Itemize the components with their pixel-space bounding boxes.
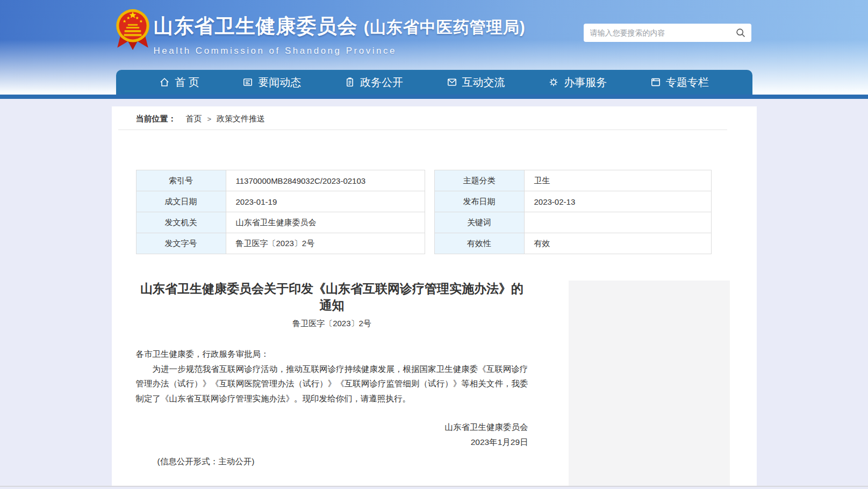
nav-label: 专题专栏 <box>666 75 709 90</box>
info-label-publish-date: 发布日期 <box>434 191 524 212</box>
search-icon[interactable] <box>735 27 746 38</box>
info-value-doc-number: 鲁卫医字〔2023〕2号 <box>226 233 425 254</box>
info-value-publish-date: 2023-02-13 <box>524 191 711 212</box>
table-row: 发文机关 山东省卫生健康委员会 <box>136 212 425 233</box>
doc-number: 鲁卫医字〔2023〕2号 <box>136 319 528 329</box>
signature-block: 山东省卫生健康委员会 2023年1月29日 <box>136 420 528 449</box>
table-row: 发文字号 鲁卫医字〔2023〕2号 <box>136 233 425 254</box>
search-box <box>584 24 751 42</box>
doc-info-table: 索引号 11370000MB2849032C/2023-02103 成文日期 2… <box>136 170 757 254</box>
nav-item-news[interactable]: 要闻动态 <box>242 75 301 90</box>
site-title-en: Health Commission of Shandong Province <box>154 46 526 56</box>
info-value-index: 11370000MB2849032C/2023-02103 <box>226 170 425 191</box>
disclosure-icon <box>345 77 355 88</box>
nav-label: 政务公开 <box>360 75 403 90</box>
content-card: 当前位置： 首页 > 政策文件推送 索引号 11370000MB2849032C… <box>112 106 757 486</box>
article-text-column: 山东省卫生健康委员会关于印发《山东省互联网诊疗管理实施办法》的通知 鲁卫医字〔2… <box>136 281 528 486</box>
nav-label: 办事服务 <box>564 75 607 90</box>
info-label-written-date: 成文日期 <box>136 191 226 212</box>
info-label-validity: 有效性 <box>434 233 524 254</box>
info-label-category: 主题分类 <box>434 170 524 191</box>
table-row: 成文日期 2023-01-19 <box>136 191 425 212</box>
nav-item-home[interactable]: 首 页 <box>159 75 199 90</box>
breadcrumb-divider <box>118 130 727 130</box>
info-label-keywords: 关键词 <box>434 212 524 233</box>
info-label-index: 索引号 <box>136 170 226 191</box>
table-row: 关键词 <box>434 212 711 233</box>
side-panel <box>569 281 730 486</box>
page-title: 山东省卫生健康委员会关于印发《山东省互联网诊疗管理实施办法》的通知 <box>136 281 528 314</box>
doc-info-table-left: 索引号 11370000MB2849032C/2023-02103 成文日期 2… <box>136 170 425 254</box>
signature-date: 2023年1月29日 <box>136 435 528 450</box>
header-bottom-strip <box>0 95 868 99</box>
publish-form-note: (信息公开形式：主动公开) <box>136 456 528 468</box>
bottom-divider <box>0 486 868 487</box>
national-emblem-logo <box>115 7 150 52</box>
info-value-written-date: 2023-01-19 <box>226 191 425 212</box>
news-icon <box>242 77 253 88</box>
breadcrumb-separator: > <box>207 115 212 123</box>
breadcrumb-label: 当前位置： <box>136 114 176 124</box>
nav-item-disclosure[interactable]: 政务公开 <box>345 75 403 90</box>
interact-icon <box>447 77 457 88</box>
nav-label: 首 页 <box>175 75 199 90</box>
nav-item-interact[interactable]: 互动交流 <box>447 75 505 90</box>
table-row: 发布日期 2023-02-13 <box>434 191 711 212</box>
home-icon <box>159 77 170 88</box>
site-header: 山东省卫生健康委员会 (山东省中医药管理局) Health Commission… <box>0 0 868 95</box>
site-title-paren: (山东省中医药管理局) <box>364 18 526 36</box>
breadcrumb: 当前位置： 首页 > 政策文件推送 <box>136 114 757 124</box>
search-input[interactable] <box>584 24 735 42</box>
breadcrumb-home-link[interactable]: 首页 <box>186 114 202 124</box>
site-title: 山东省卫生健康委员会 (山东省中医药管理局) <box>154 13 526 40</box>
service-icon <box>548 77 559 88</box>
table-row: 主题分类 卫生 <box>434 170 711 191</box>
article-body-paragraph: 为进一步规范我省互联网诊疗活动，推动互联网诊疗持续健康发展，根据国家卫生健康委《… <box>136 362 528 406</box>
site-title-block: 山东省卫生健康委员会 (山东省中医药管理局) Health Commission… <box>154 13 526 56</box>
nav-item-topics[interactable]: 专题专栏 <box>650 75 709 90</box>
info-label-doc-number: 发文字号 <box>136 233 226 254</box>
info-value-keywords <box>524 212 711 233</box>
site-title-cn: 山东省卫生健康委员会 <box>154 15 358 37</box>
table-row: 索引号 11370000MB2849032C/2023-02103 <box>136 170 425 191</box>
table-row: 有效性 有效 <box>434 233 711 254</box>
info-value-category: 卫生 <box>524 170 711 191</box>
nav-item-service[interactable]: 办事服务 <box>548 75 607 90</box>
nav-label: 互动交流 <box>462 75 505 90</box>
signature-org: 山东省卫生健康委员会 <box>136 420 528 435</box>
info-label-issuer: 发文机关 <box>136 212 226 233</box>
info-value-issuer: 山东省卫生健康委员会 <box>226 212 425 233</box>
topics-icon <box>650 77 661 88</box>
nav-label: 要闻动态 <box>258 75 301 90</box>
article-section: 山东省卫生健康委员会关于印发《山东省互联网诊疗管理实施办法》的通知 鲁卫医字〔2… <box>112 281 757 486</box>
article-salutation: 各市卫生健康委，行政服务审批局： <box>136 347 528 362</box>
info-value-validity: 有效 <box>524 233 711 254</box>
main-nav: 首 页 要闻动态 政务公开 互动交流 <box>116 70 752 95</box>
breadcrumb-current-link[interactable]: 政策文件推送 <box>217 114 265 124</box>
doc-info-table-right: 主题分类 卫生 发布日期 2023-02-13 关键词 有效性 有效 <box>434 170 712 254</box>
